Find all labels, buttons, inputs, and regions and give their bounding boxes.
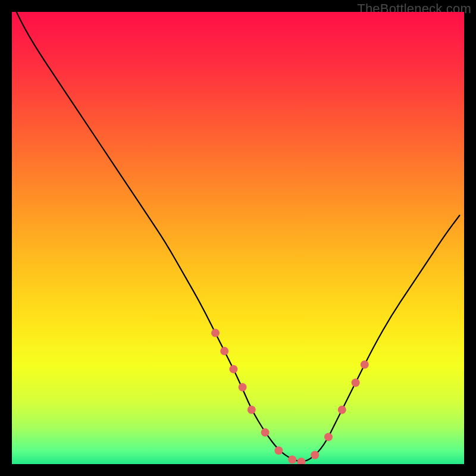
gradient-background (12, 12, 464, 464)
chart-stage: TheBottleneck.com (0, 0, 476, 476)
marker-dot (352, 378, 360, 387)
bottleneck-plot (12, 12, 464, 464)
marker-dot (361, 361, 369, 369)
marker-dot (220, 347, 228, 355)
marker-dot (338, 406, 346, 414)
marker-dot (274, 446, 283, 455)
marker-dot (288, 455, 296, 464)
marker-dot (261, 428, 270, 437)
marker-dot (248, 406, 256, 414)
marker-dot (211, 329, 220, 337)
marker-dot (324, 433, 333, 441)
marker-dot (229, 365, 237, 373)
marker-dot (239, 383, 247, 392)
marker-dot (311, 451, 319, 459)
